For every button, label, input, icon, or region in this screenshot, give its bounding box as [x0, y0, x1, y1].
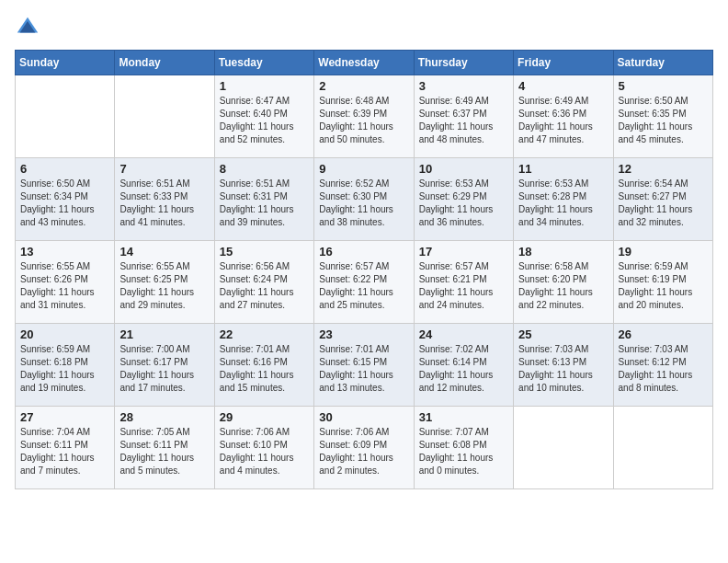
- day-number: 12: [619, 162, 708, 176]
- calendar-week-row: 1Sunrise: 6:47 AM Sunset: 6:40 PM Daylig…: [16, 75, 713, 158]
- day-info: Sunrise: 6:59 AM Sunset: 6:18 PM Dayligh…: [20, 343, 109, 395]
- weekday-header: Wednesday: [314, 51, 414, 75]
- weekday-header: Sunday: [16, 51, 115, 75]
- calendar-table: SundayMondayTuesdayWednesdayThursdayFrid…: [15, 50, 713, 489]
- day-info: Sunrise: 7:01 AM Sunset: 6:16 PM Dayligh…: [220, 343, 309, 395]
- day-number: 20: [20, 327, 109, 341]
- calendar-cell: 4Sunrise: 6:49 AM Sunset: 6:36 PM Daylig…: [514, 75, 613, 158]
- logo: [15, 15, 44, 40]
- page-header: [15, 15, 713, 40]
- day-info: Sunrise: 7:03 AM Sunset: 6:12 PM Dayligh…: [619, 343, 708, 395]
- day-number: 4: [518, 79, 608, 93]
- day-info: Sunrise: 6:52 AM Sunset: 6:30 PM Dayligh…: [319, 178, 408, 229]
- calendar-week-row: 20Sunrise: 6:59 AM Sunset: 6:18 PM Dayli…: [16, 324, 713, 407]
- day-info: Sunrise: 7:01 AM Sunset: 6:15 PM Dayligh…: [319, 343, 408, 395]
- day-number: 7: [119, 162, 209, 176]
- day-number: 14: [119, 245, 209, 259]
- day-info: Sunrise: 6:58 AM Sunset: 6:20 PM Dayligh…: [518, 260, 608, 312]
- day-info: Sunrise: 6:49 AM Sunset: 6:37 PM Dayligh…: [419, 95, 508, 146]
- calendar-cell: 27Sunrise: 7:04 AM Sunset: 6:11 PM Dayli…: [16, 407, 115, 489]
- day-info: Sunrise: 7:06 AM Sunset: 6:10 PM Dayligh…: [220, 426, 309, 477]
- calendar-cell: 11Sunrise: 6:53 AM Sunset: 6:28 PM Dayli…: [514, 158, 613, 241]
- calendar-cell: 15Sunrise: 6:56 AM Sunset: 6:24 PM Dayli…: [214, 241, 313, 324]
- day-info: Sunrise: 7:02 AM Sunset: 6:14 PM Dayligh…: [419, 343, 508, 395]
- day-number: 18: [518, 245, 608, 259]
- day-info: Sunrise: 6:56 AM Sunset: 6:24 PM Dayligh…: [220, 260, 309, 312]
- day-number: 31: [419, 410, 508, 424]
- day-number: 25: [518, 327, 608, 341]
- calendar-cell: 9Sunrise: 6:52 AM Sunset: 6:30 PM Daylig…: [314, 158, 414, 241]
- calendar-cell: 6Sunrise: 6:50 AM Sunset: 6:34 PM Daylig…: [16, 158, 115, 241]
- calendar-cell: 12Sunrise: 6:54 AM Sunset: 6:27 PM Dayli…: [613, 158, 712, 241]
- day-info: Sunrise: 7:05 AM Sunset: 6:11 PM Dayligh…: [119, 426, 209, 477]
- day-number: 28: [119, 410, 209, 424]
- calendar-cell: 22Sunrise: 7:01 AM Sunset: 6:16 PM Dayli…: [214, 324, 313, 407]
- calendar-cell: 16Sunrise: 6:57 AM Sunset: 6:22 PM Dayli…: [314, 241, 414, 324]
- day-info: Sunrise: 6:57 AM Sunset: 6:21 PM Dayligh…: [419, 260, 508, 312]
- weekday-header: Friday: [514, 51, 613, 75]
- day-number: 13: [20, 245, 109, 259]
- day-number: 11: [518, 162, 608, 176]
- day-number: 2: [319, 79, 408, 93]
- calendar-cell: 25Sunrise: 7:03 AM Sunset: 6:13 PM Dayli…: [514, 324, 613, 407]
- calendar-cell: 17Sunrise: 6:57 AM Sunset: 6:21 PM Dayli…: [414, 241, 513, 324]
- calendar-cell: 2Sunrise: 6:48 AM Sunset: 6:39 PM Daylig…: [314, 75, 414, 158]
- day-info: Sunrise: 6:51 AM Sunset: 6:33 PM Dayligh…: [119, 178, 209, 229]
- calendar-week-row: 27Sunrise: 7:04 AM Sunset: 6:11 PM Dayli…: [16, 407, 713, 489]
- calendar-cell: 20Sunrise: 6:59 AM Sunset: 6:18 PM Dayli…: [16, 324, 115, 407]
- calendar-cell: [16, 75, 115, 158]
- day-number: 15: [220, 245, 309, 259]
- day-info: Sunrise: 7:03 AM Sunset: 6:13 PM Dayligh…: [518, 343, 608, 395]
- day-number: 22: [220, 327, 309, 341]
- day-number: 27: [20, 410, 109, 424]
- day-info: Sunrise: 6:53 AM Sunset: 6:28 PM Dayligh…: [518, 178, 608, 229]
- calendar-cell: 8Sunrise: 6:51 AM Sunset: 6:31 PM Daylig…: [214, 158, 313, 241]
- day-info: Sunrise: 6:57 AM Sunset: 6:22 PM Dayligh…: [319, 260, 408, 312]
- day-number: 26: [619, 327, 708, 341]
- day-number: 19: [619, 245, 708, 259]
- calendar-cell: 3Sunrise: 6:49 AM Sunset: 6:37 PM Daylig…: [414, 75, 513, 158]
- calendar-cell: 24Sunrise: 7:02 AM Sunset: 6:14 PM Dayli…: [414, 324, 513, 407]
- day-info: Sunrise: 7:00 AM Sunset: 6:17 PM Dayligh…: [119, 343, 209, 395]
- day-info: Sunrise: 6:49 AM Sunset: 6:36 PM Dayligh…: [518, 95, 608, 146]
- calendar-cell: 30Sunrise: 7:06 AM Sunset: 6:09 PM Dayli…: [314, 407, 414, 489]
- calendar-cell: [613, 407, 712, 489]
- weekday-header: Saturday: [613, 51, 712, 75]
- day-info: Sunrise: 6:53 AM Sunset: 6:29 PM Dayligh…: [419, 178, 508, 229]
- day-number: 1: [220, 79, 309, 93]
- calendar-cell: 14Sunrise: 6:55 AM Sunset: 6:25 PM Dayli…: [115, 241, 214, 324]
- day-number: 6: [20, 162, 109, 176]
- day-number: 29: [220, 410, 309, 424]
- day-number: 16: [319, 245, 408, 259]
- day-info: Sunrise: 6:48 AM Sunset: 6:39 PM Dayligh…: [319, 95, 408, 146]
- calendar-cell: 23Sunrise: 7:01 AM Sunset: 6:15 PM Dayli…: [314, 324, 414, 407]
- calendar-cell: 31Sunrise: 7:07 AM Sunset: 6:08 PM Dayli…: [414, 407, 513, 489]
- calendar-cell: 21Sunrise: 7:00 AM Sunset: 6:17 PM Dayli…: [115, 324, 214, 407]
- day-info: Sunrise: 6:50 AM Sunset: 6:34 PM Dayligh…: [20, 178, 109, 229]
- day-number: 9: [319, 162, 408, 176]
- calendar-cell: 26Sunrise: 7:03 AM Sunset: 6:12 PM Dayli…: [613, 324, 712, 407]
- day-info: Sunrise: 6:55 AM Sunset: 6:26 PM Dayligh…: [20, 260, 109, 312]
- weekday-header: Thursday: [414, 51, 513, 75]
- day-number: 3: [419, 79, 508, 93]
- logo-icon: [15, 15, 40, 40]
- calendar-cell: 1Sunrise: 6:47 AM Sunset: 6:40 PM Daylig…: [214, 75, 313, 158]
- day-number: 10: [419, 162, 508, 176]
- day-number: 24: [419, 327, 508, 341]
- day-info: Sunrise: 6:55 AM Sunset: 6:25 PM Dayligh…: [119, 260, 209, 312]
- day-info: Sunrise: 7:06 AM Sunset: 6:09 PM Dayligh…: [319, 426, 408, 477]
- day-info: Sunrise: 6:51 AM Sunset: 6:31 PM Dayligh…: [220, 178, 309, 229]
- calendar-week-row: 6Sunrise: 6:50 AM Sunset: 6:34 PM Daylig…: [16, 158, 713, 241]
- day-info: Sunrise: 6:50 AM Sunset: 6:35 PM Dayligh…: [619, 95, 708, 146]
- calendar-cell: 18Sunrise: 6:58 AM Sunset: 6:20 PM Dayli…: [514, 241, 613, 324]
- calendar-cell: 29Sunrise: 7:06 AM Sunset: 6:10 PM Dayli…: [214, 407, 313, 489]
- day-info: Sunrise: 7:07 AM Sunset: 6:08 PM Dayligh…: [419, 426, 508, 477]
- day-number: 17: [419, 245, 508, 259]
- weekday-header: Monday: [115, 51, 214, 75]
- day-number: 8: [220, 162, 309, 176]
- day-number: 5: [619, 79, 708, 93]
- day-info: Sunrise: 6:59 AM Sunset: 6:19 PM Dayligh…: [619, 260, 708, 312]
- day-info: Sunrise: 6:47 AM Sunset: 6:40 PM Dayligh…: [220, 95, 309, 146]
- calendar-week-row: 13Sunrise: 6:55 AM Sunset: 6:26 PM Dayli…: [16, 241, 713, 324]
- weekday-header: Tuesday: [214, 51, 313, 75]
